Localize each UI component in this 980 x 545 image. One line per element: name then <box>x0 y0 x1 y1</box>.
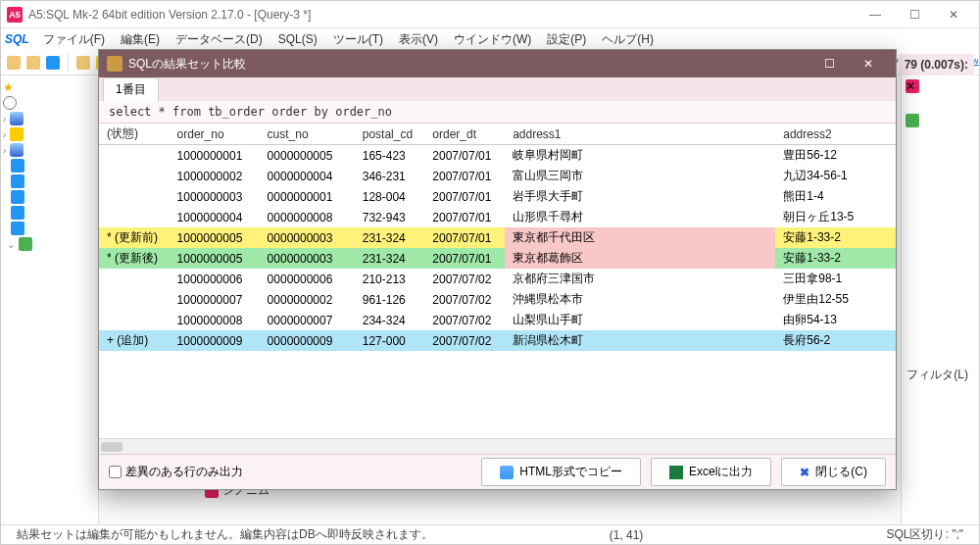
menu-view[interactable]: 表示(V) <box>393 29 444 50</box>
cell-cust-no[interactable]: 0000000007 <box>260 310 355 330</box>
minimize-button[interactable]: — <box>856 1 895 28</box>
menu-tool[interactable]: ツール(T) <box>327 29 389 50</box>
table-row[interactable]: 10000000010000000005165-4232007/07/01岐阜県… <box>99 145 896 167</box>
menu-sql[interactable]: SQL(S) <box>272 30 323 48</box>
cell-state[interactable]: * (更新後) <box>99 248 170 269</box>
cell-postal[interactable]: 165-423 <box>355 145 425 167</box>
cell-address2[interactable]: 豊田56-12 <box>775 145 896 167</box>
cell-order-dt[interactable]: 2007/07/02 <box>424 289 505 310</box>
folder-icon[interactable] <box>76 56 90 70</box>
filter-label[interactable]: フィルタ(L) <box>901 365 974 385</box>
menu-edit[interactable]: 編集(E) <box>115 29 166 50</box>
cell-state[interactable] <box>99 289 170 310</box>
diff-only-checkbox-input[interactable] <box>109 466 122 478</box>
cell-address1[interactable]: 東京都千代田区 <box>505 227 775 248</box>
col-order-no[interactable]: order_no <box>170 124 260 145</box>
col-order-dt[interactable]: order_dt <box>424 124 505 145</box>
cell-address1[interactable]: 京都府三津国市 <box>505 269 775 289</box>
cell-cust-no[interactable]: 0000000002 <box>260 289 355 310</box>
cell-address2[interactable]: 由卵54-13 <box>775 310 896 330</box>
menu-help[interactable]: ヘルプ(H) <box>596 29 660 50</box>
cell-state[interactable]: + (追加) <box>99 330 170 351</box>
cell-postal[interactable]: 231-324 <box>355 227 425 248</box>
cell-address1[interactable]: 山梨県山手町 <box>505 310 775 330</box>
cell-order-no[interactable]: 1000000008 <box>170 310 260 330</box>
cell-cust-no[interactable]: 0000000009 <box>260 330 355 351</box>
menu-window[interactable]: ウインドウ(W) <box>448 29 537 50</box>
cell-state[interactable] <box>99 269 170 289</box>
cell-state[interactable] <box>99 186 170 207</box>
table-icon[interactable] <box>11 222 24 235</box>
cell-address1[interactable]: 東京都葛飾区 <box>505 248 775 269</box>
table-icon[interactable] <box>11 206 24 220</box>
table-row[interactable]: * (更新後)10000000050000000003231-3242007/0… <box>99 248 896 269</box>
cell-state[interactable]: * (更新前) <box>99 227 170 248</box>
result-grid[interactable]: (状態) order_no cust_no postal_cd order_dt… <box>99 124 896 438</box>
col-postal-cd[interactable]: postal_cd <box>355 124 425 145</box>
chevron-icon[interactable]: › <box>3 129 6 140</box>
cell-postal[interactable]: 128-004 <box>355 186 425 207</box>
close-dialog-button[interactable]: ✖ 閉じる(C) <box>781 458 886 486</box>
menu-settings[interactable]: 設定(P) <box>541 29 592 50</box>
cell-postal[interactable]: 961-126 <box>355 289 425 310</box>
dialog-tab-1[interactable]: 1番目 <box>103 77 159 101</box>
cell-order-no[interactable]: 1000000003 <box>170 186 260 207</box>
grid-scrollbar[interactable] <box>99 438 896 454</box>
favorites-icon[interactable]: ★ <box>3 80 17 94</box>
history-icon[interactable] <box>3 96 17 110</box>
cell-order-no[interactable]: 1000000005 <box>170 248 260 269</box>
cell-order-dt[interactable]: 2007/07/02 <box>424 330 505 351</box>
col-cust-no[interactable]: cust_no <box>260 124 355 145</box>
cell-address2[interactable]: 安藤1-33-2 <box>775 227 896 248</box>
table-icon[interactable] <box>11 159 24 173</box>
cell-postal[interactable]: 234-324 <box>355 310 425 330</box>
cell-address1[interactable]: 岩手県大手町 <box>505 186 775 207</box>
cell-address2[interactable]: 三田拿98-1 <box>775 269 896 289</box>
cell-state[interactable] <box>99 166 170 186</box>
scrollbar-thumb[interactable] <box>101 442 122 452</box>
cell-cust-no[interactable]: 0000000004 <box>260 166 355 186</box>
table-row[interactable]: 10000000070000000002961-1262007/07/02沖縄県… <box>99 289 896 310</box>
dialog-titlebar[interactable]: SQLの結果セット比較 ☐ ✕ <box>99 50 896 77</box>
cell-order-no[interactable]: 1000000007 <box>170 289 260 310</box>
cell-address1[interactable]: 山形県千尋村 <box>505 207 775 227</box>
cell-address1[interactable]: 岐阜県村岡町 <box>505 145 775 167</box>
cell-order-dt[interactable]: 2007/07/01 <box>424 227 505 248</box>
cell-order-no[interactable]: 1000000006 <box>170 269 260 289</box>
col-state[interactable]: (状態) <box>99 124 170 145</box>
menu-database[interactable]: データベース(D) <box>170 29 269 50</box>
cell-order-dt[interactable]: 2007/07/01 <box>424 207 505 227</box>
cell-cust-no[interactable]: 0000000003 <box>260 248 355 269</box>
cell-address1[interactable]: 新潟県松木町 <box>505 330 775 351</box>
close-tab-icon[interactable]: ✕ <box>906 79 919 93</box>
table-row[interactable]: 10000000040000000008732-9432007/07/01山形県… <box>99 207 896 227</box>
db-node-icon[interactable] <box>10 112 24 125</box>
table-icon[interactable] <box>11 190 24 204</box>
table-row[interactable]: 10000000060000000006210-2132007/07/02京都府… <box>99 269 896 289</box>
diff-only-checkbox[interactable]: 差異のある行のみ出力 <box>109 464 243 480</box>
run-result-icon[interactable] <box>906 114 919 127</box>
cell-order-no[interactable]: 1000000002 <box>170 166 260 186</box>
chevron-down-icon[interactable]: ⌄ <box>7 239 15 250</box>
copy-html-button[interactable]: HTML形式でコピー <box>481 458 641 486</box>
cell-order-no[interactable]: 1000000004 <box>170 207 260 227</box>
save-icon[interactable] <box>46 56 60 70</box>
cell-cust-no[interactable]: 0000000006 <box>260 269 355 289</box>
table-icon[interactable] <box>11 174 24 188</box>
cell-order-no[interactable]: 1000000009 <box>170 330 260 351</box>
table-row[interactable]: + (追加)10000000090000000009127-0002007/07… <box>99 330 896 351</box>
folder-open-icon[interactable] <box>19 237 32 251</box>
schema-icon[interactable] <box>10 127 24 141</box>
cell-order-dt[interactable]: 2007/07/01 <box>424 248 505 269</box>
col-address1[interactable]: address1 <box>505 124 775 145</box>
cell-address2[interactable]: 長府56-2 <box>775 330 896 351</box>
cell-order-no[interactable]: 1000000001 <box>170 145 260 167</box>
cell-cust-no[interactable]: 0000000005 <box>260 145 355 167</box>
cell-address2[interactable]: 伊里由12-55 <box>775 289 896 310</box>
table-row[interactable]: 10000000020000000004346-2312007/07/01富山県… <box>99 166 896 186</box>
cell-address1[interactable]: 沖縄県松本市 <box>505 289 775 310</box>
cell-order-dt[interactable]: 2007/07/02 <box>424 269 505 289</box>
cell-order-dt[interactable]: 2007/07/01 <box>424 186 505 207</box>
cell-order-dt[interactable]: 2007/07/01 <box>424 166 505 186</box>
cell-state[interactable] <box>99 207 170 227</box>
